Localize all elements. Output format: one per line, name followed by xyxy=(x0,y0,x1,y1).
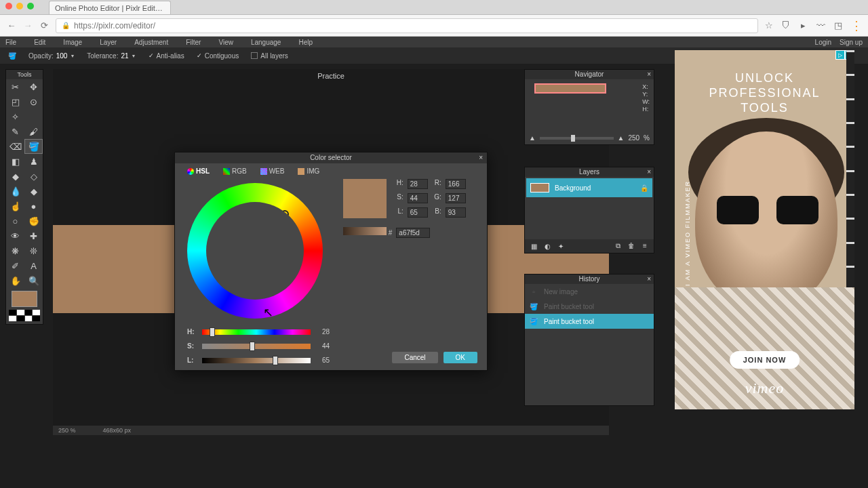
marquee-tool[interactable]: ◰ xyxy=(6,94,24,109)
tab-rgb[interactable]: RGB xyxy=(223,167,247,175)
duplicate-layer-icon[interactable]: ⧉ xyxy=(613,242,623,250)
login-link[interactable]: Login xyxy=(815,39,831,46)
gradient-tool[interactable]: ◧ xyxy=(6,154,24,169)
opacity-dropdown[interactable]: ▼ xyxy=(70,54,75,58)
wand-tool[interactable]: ✧ xyxy=(6,109,24,124)
new-mask-icon[interactable]: ◐ xyxy=(542,243,552,250)
tab-hsl[interactable]: HSL xyxy=(187,167,210,175)
burn-tool[interactable]: ✊ xyxy=(24,214,43,228)
spot-heal-tool[interactable]: ✚ xyxy=(24,228,43,243)
menu-image[interactable]: Image xyxy=(63,39,82,46)
dialog-close[interactable]: × xyxy=(479,152,483,163)
layer-lock-icon[interactable]: 🔒 xyxy=(640,184,648,192)
back-button[interactable]: ← xyxy=(7,20,16,30)
tolerance-value[interactable]: 21 xyxy=(121,52,128,60)
sl-marker[interactable] xyxy=(255,255,262,262)
lasso-tool[interactable]: ⊙ xyxy=(24,94,43,109)
maximize-window[interactable] xyxy=(27,3,34,9)
dodge-tool[interactable]: ○ xyxy=(6,214,24,228)
ext-icon-1[interactable]: ⛉ xyxy=(780,20,791,30)
hex-input[interactable]: a67f5d xyxy=(396,228,430,238)
pinch-tool[interactable]: ❊ xyxy=(24,243,43,258)
contiguous-checkbox[interactable]: ✓ xyxy=(197,52,202,59)
brush-tool[interactable]: 🖌 xyxy=(24,124,43,139)
menu-language[interactable]: Language xyxy=(251,39,281,46)
tolerance-dropdown[interactable]: ▼ xyxy=(132,54,136,58)
ext-icon-2[interactable]: ▸ xyxy=(797,20,808,30)
sidebar-ad[interactable]: ▷× UNLOCKPROFESSIONALTOOLS I AM A VIMEO … xyxy=(675,50,854,409)
navigator-thumbnail[interactable] xyxy=(534,83,606,94)
h-slider[interactable] xyxy=(202,329,311,335)
all-layers-checkbox[interactable] xyxy=(251,52,258,59)
layer-item[interactable]: Background 🔒 xyxy=(526,178,652,197)
ad-cta-button[interactable]: JOIN NOW xyxy=(730,351,800,369)
signup-link[interactable]: Sign up xyxy=(840,39,863,46)
layer-menu-icon[interactable]: ≡ xyxy=(640,242,650,250)
reload-button[interactable]: ⟳ xyxy=(39,20,49,30)
l-slider[interactable] xyxy=(202,358,311,363)
browser-tab[interactable]: Online Photo Editor | Pixlr Edit… xyxy=(49,1,171,14)
chrome-menu[interactable]: ⋮ xyxy=(850,20,861,32)
antialias-checkbox[interactable]: ✓ xyxy=(149,52,154,59)
sharpen-tool[interactable]: ◆ xyxy=(24,184,43,199)
close-window[interactable] xyxy=(5,3,12,9)
sponge-tool[interactable]: ● xyxy=(24,199,43,214)
menu-help[interactable]: Help xyxy=(298,39,313,46)
hand-tool[interactable]: ✋ xyxy=(6,273,24,288)
zoom-slider[interactable] xyxy=(540,137,614,140)
redeye-tool[interactable]: 👁 xyxy=(6,228,24,243)
tab-web[interactable]: WEB xyxy=(260,167,285,175)
clone-tool[interactable]: ♟ xyxy=(24,154,43,169)
history-item[interactable]: 🪣Paint bucket tool xyxy=(525,299,654,314)
menu-filter[interactable]: Filter xyxy=(186,39,201,46)
tab-img[interactable]: IMG xyxy=(298,167,319,175)
ext-icon-4[interactable]: ◳ xyxy=(833,20,844,30)
ok-button[interactable]: OK xyxy=(443,352,477,363)
l-input[interactable]: 65 xyxy=(408,207,428,218)
hue-marker[interactable] xyxy=(281,210,289,218)
eyedropper-tool[interactable]: ✐ xyxy=(6,258,24,273)
move-tool[interactable]: ✥ xyxy=(24,79,43,94)
cancel-button[interactable]: Cancel xyxy=(392,352,437,363)
new-layer-icon[interactable]: ▦ xyxy=(529,243,538,250)
r-input[interactable]: 166 xyxy=(446,179,466,189)
minimize-window[interactable] xyxy=(16,3,23,9)
ext-icon-3[interactable]: 〰 xyxy=(815,20,826,30)
s-input[interactable]: 44 xyxy=(408,193,428,203)
blur-tool[interactable]: 💧 xyxy=(6,184,24,199)
smudge-tool[interactable]: ☝ xyxy=(6,199,24,214)
b-input[interactable]: 93 xyxy=(446,207,466,218)
crop-tool[interactable]: ✂ xyxy=(6,79,24,94)
menu-layer[interactable]: Layer xyxy=(100,39,117,46)
hue-wheel[interactable]: ↖ xyxy=(187,183,323,319)
address-bar[interactable]: 🔒 https://pixlr.com/editor/ xyxy=(56,18,758,33)
paint-bucket-tool[interactable]: 🪣 xyxy=(24,139,43,154)
history-item[interactable]: 🪣Paint bucket tool xyxy=(525,314,654,329)
menu-edit[interactable]: Edit xyxy=(34,39,45,46)
sl-diamond[interactable] xyxy=(211,211,299,299)
s-slider[interactable] xyxy=(202,344,311,349)
layers-close[interactable]: × xyxy=(647,167,651,177)
zoom-out-icon[interactable]: ▲ xyxy=(529,134,536,142)
g-input[interactable]: 127 xyxy=(446,193,466,203)
menu-adjustment[interactable]: Adjustment xyxy=(134,39,168,46)
drawing-tool[interactable]: ◇ xyxy=(24,169,43,184)
eraser-tool[interactable]: ⌫ xyxy=(6,139,24,154)
navigator-close[interactable]: × xyxy=(647,70,651,79)
forward-button[interactable]: → xyxy=(23,20,33,30)
menu-file[interactable]: File xyxy=(5,39,16,46)
zoom-tool[interactable]: 🔍 xyxy=(24,273,43,288)
opacity-value[interactable]: 100 xyxy=(56,52,68,60)
delete-layer-icon[interactable]: 🗑 xyxy=(627,242,636,250)
pencil-tool[interactable]: ✎ xyxy=(6,124,24,139)
layer-name[interactable]: Background xyxy=(555,184,591,192)
layer-fx-icon[interactable]: ✦ xyxy=(556,243,566,250)
star-icon[interactable]: ☆ xyxy=(765,20,773,30)
replace-color-tool[interactable]: ◆ xyxy=(6,169,24,184)
zoom-in-icon[interactable]: ▲ xyxy=(618,134,625,142)
bloat-tool[interactable]: ❋ xyxy=(6,243,24,258)
canvas-left[interactable] xyxy=(53,225,175,313)
type-tool[interactable]: A xyxy=(24,258,43,273)
history-close[interactable]: × xyxy=(647,274,651,284)
history-item[interactable]: ▫New image xyxy=(525,284,654,299)
